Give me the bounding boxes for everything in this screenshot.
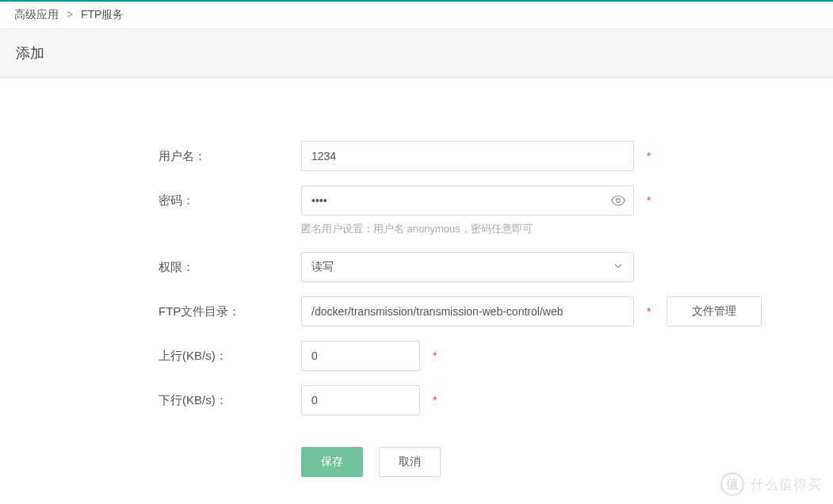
save-button[interactable]: 保存 — [301, 447, 363, 477]
required-mark: * — [433, 394, 437, 407]
row-ftp-dir: FTP文件目录： * 文件管理 — [159, 296, 817, 326]
breadcrumb-level2[interactable]: FTP服务 — [81, 8, 124, 21]
downlink-input[interactable] — [301, 385, 420, 415]
required-mark: * — [433, 349, 437, 362]
password-input[interactable] — [301, 185, 634, 216]
uplink-input[interactable] — [301, 341, 420, 371]
watermark-text: 什么值得买 — [751, 475, 822, 494]
breadcrumb-separator: > — [67, 8, 73, 21]
breadcrumb: 高级应用 > FTP服务 — [0, 2, 833, 29]
watermark: 值 什么值得买 — [720, 472, 822, 496]
file-manage-button[interactable]: 文件管理 — [667, 296, 762, 326]
row-username: 用户名： * — [159, 141, 817, 171]
label-ftp-dir: FTP文件目录： — [159, 304, 301, 319]
row-permission: 权限： 读写 — [159, 252, 817, 282]
page-title: 添加 — [0, 29, 833, 78]
label-permission: 权限： — [159, 260, 301, 275]
required-mark: * — [647, 194, 651, 207]
required-mark: * — [647, 150, 651, 162]
ftp-dir-input[interactable] — [301, 296, 634, 326]
cancel-button[interactable]: 取消 — [379, 447, 441, 477]
label-password: 密码： — [159, 193, 301, 208]
label-downlink: 下行(KB/s)： — [159, 393, 301, 408]
form-container: 用户名： * 密码： * 匿名用户设置：用户名 anonymous，密码任意即可 — [0, 78, 833, 493]
label-uplink: 上行(KB/s)： — [159, 349, 301, 364]
eye-icon[interactable] — [610, 193, 626, 208]
breadcrumb-level1[interactable]: 高级应用 — [14, 8, 59, 21]
password-hint: 匿名用户设置：用户名 anonymous，密码任意即可 — [301, 222, 817, 236]
required-mark: * — [647, 305, 651, 318]
svg-point-0 — [617, 199, 621, 203]
row-downlink: 下行(KB/s)： * — [159, 385, 817, 415]
label-username: 用户名： — [159, 149, 301, 164]
permission-selected: 读写 — [311, 260, 334, 274]
row-uplink: 上行(KB/s)： * — [159, 341, 817, 371]
username-input[interactable] — [301, 141, 634, 171]
permission-select[interactable]: 读写 — [301, 252, 634, 282]
watermark-badge: 值 — [720, 472, 744, 496]
row-password: 密码： * — [159, 185, 817, 216]
